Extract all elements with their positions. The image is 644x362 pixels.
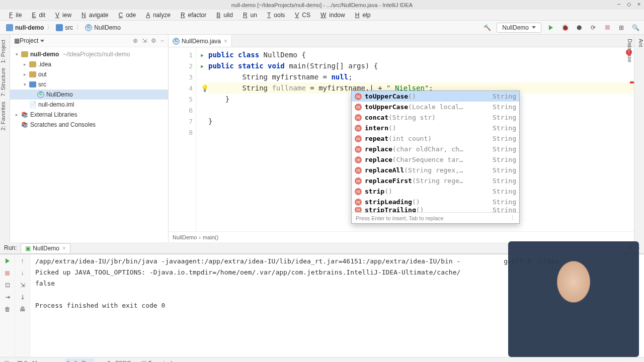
menu-navigate[interactable]: Navigate xyxy=(75,11,111,20)
crumb-class[interactable]: NullDemo xyxy=(173,234,197,240)
side-tab[interactable]: Ant xyxy=(638,39,644,242)
print-icon[interactable]: 🖶 xyxy=(18,305,27,314)
menu-vcs[interactable]: VCS xyxy=(289,11,313,20)
code-completion-popup[interactable]: mtoUpperCase()StringmtoUpperCase(Locale … xyxy=(351,90,520,224)
java-icon xyxy=(173,38,180,45)
menu-help[interactable]: Help xyxy=(349,11,374,20)
debug-button[interactable]: 🐞 xyxy=(560,23,570,32)
run-config-selector[interactable]: NullDemo xyxy=(497,23,541,33)
editor-tab-label: NullDemo.java xyxy=(182,38,221,45)
tree-row[interactable]: Scratches and Consoles xyxy=(10,120,168,130)
completion-item[interactable]: mconcat(String str)String xyxy=(352,112,519,123)
tool-window-tab[interactable]: ≡6: TODO xyxy=(100,359,133,363)
maximize-button[interactable]: ◇ xyxy=(626,1,632,7)
tree-row[interactable]: ▸.idea xyxy=(10,59,168,69)
stop-button[interactable] xyxy=(603,23,612,32)
completion-hint: Press Enter to insert, Tab to replace ⋮ xyxy=(352,212,519,223)
error-indicator[interactable]: ! xyxy=(626,49,632,55)
breadcrumb-project[interactable]: null-demo xyxy=(4,23,46,32)
breadcrumb-file[interactable]: NullDemo xyxy=(83,23,123,32)
hide-icon[interactable]: − xyxy=(160,37,164,44)
dump-icon[interactable]: ⊡ xyxy=(3,281,12,290)
run-tool-column-1: ⊡ ⇥ 🗑 xyxy=(0,254,15,357)
down-icon[interactable]: ↓ xyxy=(18,268,27,278)
editor-gutter: 1▶2▶34💡5678 xyxy=(169,47,196,231)
menu-file[interactable]: File xyxy=(3,11,25,20)
build-icon[interactable]: 🔨 xyxy=(482,23,492,32)
up-icon[interactable]: ↑ xyxy=(18,256,27,265)
tree-row[interactable]: NullDemo xyxy=(10,89,168,100)
navigation-bar: null-demo 〉 src 〉 NullDemo 🔨 NullDemo 🐞 … xyxy=(0,21,644,35)
completion-more-icon[interactable]: ⋮ xyxy=(510,215,515,221)
scroll-icon[interactable]: ⤓ xyxy=(18,293,27,302)
error-stripe[interactable] xyxy=(630,81,634,83)
editor-breadcrumb: NullDemo › main() xyxy=(169,231,634,242)
menu-tools[interactable]: Tools xyxy=(261,11,288,20)
completion-item[interactable]: mreplaceFirst(String rege…String xyxy=(352,175,519,186)
tool-window-tab[interactable]: ▢Terminal xyxy=(139,358,174,362)
side-tab[interactable]: 1: Project xyxy=(0,40,10,63)
left-tool-strip: 1: Project7: Structure2: Favorites xyxy=(0,35,10,242)
window-title: null-demo [~/IdeaProjects/null-demo] - .… xyxy=(231,2,413,8)
stop-icon[interactable] xyxy=(3,268,12,278)
side-tab[interactable]: 7: Structure xyxy=(0,68,10,97)
wrap-icon[interactable]: ⇲ xyxy=(18,281,27,290)
right-tool-strip: AntDatabase xyxy=(634,35,644,242)
menu-edit[interactable]: Edit xyxy=(26,11,48,20)
settings-icon[interactable]: ⚙ xyxy=(151,37,156,44)
tree-row[interactable]: ▾src xyxy=(10,79,168,89)
completion-item[interactable]: mrepeat(int count)String xyxy=(352,133,519,144)
profile-button[interactable]: ⟳ xyxy=(589,23,598,32)
tab-close-icon[interactable]: × xyxy=(224,38,227,45)
completion-item[interactable]: mstrip()String xyxy=(352,186,519,197)
completion-item[interactable]: mreplace(CharSequence tar…String xyxy=(352,154,519,165)
completion-item[interactable]: mtoUpperCase()String xyxy=(352,91,519,102)
project-panel-header: ▦ Project ⊕ ⇲ ⚙ − xyxy=(10,35,168,47)
webcam-overlay xyxy=(508,241,639,357)
tw-toggle[interactable]: ▢ xyxy=(4,359,9,362)
trash-icon[interactable]: 🗑 xyxy=(3,305,12,314)
menu-view[interactable]: View xyxy=(49,11,74,20)
collapse-icon[interactable]: ⇲ xyxy=(142,37,147,44)
menu-run[interactable]: Run xyxy=(237,11,260,20)
project-tool-window: ▦ Project ⊕ ⇲ ⚙ − ▾null-demo~/IdeaProjec… xyxy=(10,35,169,242)
menu-refactor[interactable]: Refactor xyxy=(175,11,209,20)
structure-icon[interactable]: ⊞ xyxy=(617,23,626,32)
minimize-button[interactable]: − xyxy=(616,1,622,7)
completion-item[interactable]: mintern()String xyxy=(352,123,519,133)
close-button[interactable]: × xyxy=(636,1,642,7)
run-tool-column-2: ↑ ↓ ⇲ ⤓ 🖶 xyxy=(15,254,30,357)
search-icon[interactable]: 🔍 xyxy=(631,23,640,32)
menu-window[interactable]: Window xyxy=(314,11,348,20)
menu-build[interactable]: Build xyxy=(210,11,236,20)
run-panel-title: Run: xyxy=(4,244,17,251)
crumb-method[interactable]: main() xyxy=(203,234,218,240)
menu-analyze[interactable]: Analyze xyxy=(140,11,174,20)
tree-row[interactable]: ▸out xyxy=(10,69,168,79)
run-button[interactable] xyxy=(546,23,555,32)
completion-item[interactable]: mreplace(char oldChar, ch…String xyxy=(352,144,519,154)
breadcrumb-folder[interactable]: src xyxy=(54,23,75,32)
completion-item[interactable]: mreplaceAll(String regex,…String xyxy=(352,165,519,175)
run-panel-tab[interactable]: ▣NullDemo× xyxy=(21,243,70,253)
coverage-button[interactable]: ⬢ xyxy=(575,23,584,32)
menu-bar: FileEditViewNavigateCodeAnalyzeRefactorB… xyxy=(0,10,644,21)
menu-code[interactable]: Code xyxy=(112,11,139,20)
locate-icon[interactable]: ⊕ xyxy=(133,37,138,44)
editor-tab-nulldemo[interactable]: NullDemo.java × xyxy=(169,35,232,47)
tool-window-tab[interactable]: ▶4: Run xyxy=(65,358,94,362)
rerun-icon[interactable] xyxy=(3,256,12,265)
window-titlebar: null-demo [~/IdeaProjects/null-demo] - .… xyxy=(0,0,644,10)
tool-windows-bar: ▢▤0: Messages▶4: Run≡6: TODO▢Terminal xyxy=(0,357,644,362)
tree-row[interactable]: ▸External Libraries xyxy=(10,110,168,120)
tool-window-tab[interactable]: ▤0: Messages xyxy=(15,358,59,362)
project-tree[interactable]: ▾null-demo~/IdeaProjects/null-demo▸.idea… xyxy=(10,47,168,132)
completion-item[interactable]: mstripLeading()String xyxy=(352,197,519,207)
tree-row[interactable]: ▾null-demo~/IdeaProjects/null-demo xyxy=(10,49,168,59)
completion-item[interactable]: mtoUpperCase(Locale local…String xyxy=(352,102,519,112)
tree-row[interactable]: 📄null-demo.iml xyxy=(10,100,168,110)
exit-icon[interactable]: ⇥ xyxy=(3,293,12,302)
editor-tabs: NullDemo.java × xyxy=(169,35,634,47)
side-tab[interactable]: 2: Favorites xyxy=(0,102,10,130)
project-panel-title: Project xyxy=(20,37,38,44)
